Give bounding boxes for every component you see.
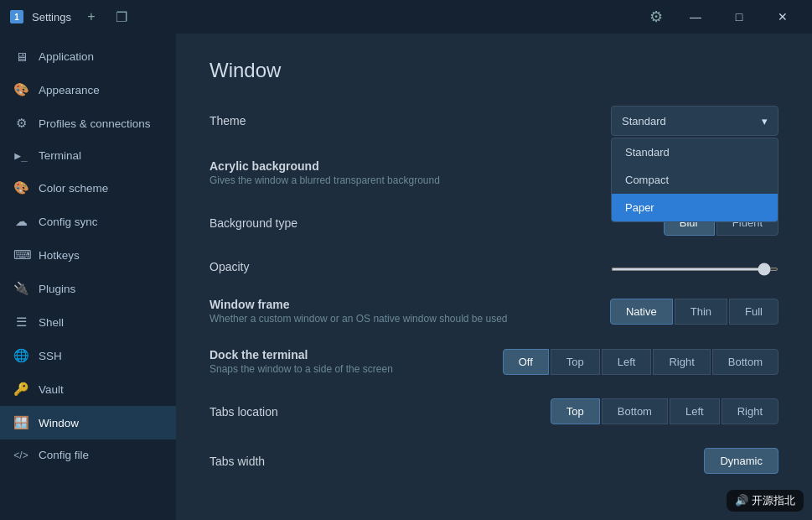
ssh-icon: 🌐 <box>13 348 28 363</box>
sidebar-item-ssh[interactable]: 🌐 SSH <box>0 339 176 372</box>
theme-selected-value: Standard <box>622 115 666 127</box>
window-frame-full-button[interactable]: Full <box>729 299 778 325</box>
sidebar-item-label: SSH <box>39 350 62 362</box>
sidebar-item-label: Vault <box>39 383 64 396</box>
content-area: Window Theme Standard ▾ Standard Compact… <box>176 34 812 520</box>
dropdown-item-paper[interactable]: Paper <box>612 194 778 221</box>
tabs-location-row: Tabs location Top Bottom Left Right <box>209 398 778 424</box>
sidebar-item-profiles[interactable]: ⚙ Profiles & connections <box>0 107 176 140</box>
configsync-icon: ☁ <box>13 214 28 229</box>
window-frame-row: Window frame Whether a custom window or … <box>209 298 778 325</box>
minimize-button[interactable]: — <box>676 0 715 34</box>
background-type-label: Background type <box>209 216 664 230</box>
window-frame-label-block: Window frame Whether a custom window or … <box>209 298 610 325</box>
sidebar-item-label: Application <box>39 50 94 63</box>
tabs-left-button[interactable]: Left <box>670 398 720 424</box>
sidebar-item-plugins[interactable]: 🔌 Plugins <box>0 272 176 305</box>
theme-label-block: Theme <box>209 114 611 127</box>
titlebar: 1 Settings + ❐ ⚙ — □ ✕ <box>0 0 812 34</box>
titlebar-title: Settings <box>32 11 71 23</box>
terminal-icon: ▶_ <box>13 149 28 162</box>
sidebar-item-label: Plugins <box>39 283 75 295</box>
dropdown-item-compact[interactable]: Compact <box>612 166 778 194</box>
sidebar-item-label: Config sync <box>39 216 98 228</box>
watermark: 🔊 开源指北 <box>727 490 804 512</box>
profiles-icon: ⚙ <box>13 116 28 131</box>
dock-terminal-sublabel: Snaps the window to a side of the screen <box>209 363 503 375</box>
sidebar-item-window[interactable]: 🪟 Window <box>0 406 176 439</box>
sidebar-item-label: Color scheme <box>39 182 108 195</box>
sidebar-item-application[interactable]: 🖥 Application <box>0 40 176 73</box>
sidebar-item-colorscheme[interactable]: 🎨 Color scheme <box>0 171 176 205</box>
opacity-slider[interactable] <box>611 268 778 271</box>
sidebar: 🖥 Application 🎨 Appearance ⚙ Profiles & … <box>0 34 176 520</box>
sidebar-item-label: Shell <box>39 316 64 329</box>
window-frame-thin-button[interactable]: Thin <box>675 299 727 325</box>
titlebar-left: 1 Settings + ❐ <box>10 5 643 29</box>
window-controls: — □ ✕ <box>676 0 802 34</box>
dock-left-button[interactable]: Left <box>602 349 652 375</box>
sidebar-item-label: Appearance <box>39 84 100 96</box>
opacity-label: Opacity <box>209 260 611 273</box>
sidebar-item-label: Hotkeys <box>39 249 80 262</box>
appearance-icon: 🎨 <box>13 82 28 97</box>
vault-icon: 🔑 <box>13 382 28 397</box>
dock-terminal-row: Dock the terminal Snaps the window to a … <box>209 348 778 375</box>
theme-row: Theme Standard ▾ Standard Compact Paper <box>209 106 778 136</box>
tabs-top-button[interactable]: Top <box>551 398 600 424</box>
tabs-bottom-button[interactable]: Bottom <box>602 398 668 424</box>
settings-gear-button[interactable]: ⚙ <box>643 3 670 30</box>
opacity-row: Opacity <box>209 259 778 274</box>
theme-dropdown-wrapper: Standard ▾ Standard Compact Paper <box>611 106 778 136</box>
dock-terminal-label: Dock the terminal <box>209 348 503 361</box>
shell-icon: ☰ <box>13 315 28 330</box>
restore-tab-button[interactable]: ❐ <box>110 5 133 29</box>
dock-terminal-btngroup: Off Top Left Right Bottom <box>503 349 778 375</box>
dropdown-item-standard[interactable]: Standard <box>612 138 778 166</box>
sidebar-item-appearance[interactable]: 🎨 Appearance <box>0 73 176 107</box>
tabs-right-button[interactable]: Right <box>721 398 778 424</box>
dock-terminal-label-block: Dock the terminal Snaps the window to a … <box>209 348 503 375</box>
tabs-width-label: Tabs width <box>209 455 704 468</box>
configfile-icon: </> <box>13 450 28 461</box>
opacity-slider-wrapper <box>611 259 778 274</box>
sidebar-item-configfile[interactable]: </> Config file <box>0 439 176 471</box>
sidebar-item-terminal[interactable]: ▶_ Terminal <box>0 140 176 171</box>
tabs-width-label-block: Tabs width <box>209 455 704 468</box>
sidebar-item-configsync[interactable]: ☁ Config sync <box>0 205 176 238</box>
titlebar-tabs: + ❐ <box>80 5 133 29</box>
background-type-label-block: Background type <box>209 216 664 230</box>
window-frame-btngroup: Native Thin Full <box>610 299 778 325</box>
sidebar-item-vault[interactable]: 🔑 Vault <box>0 372 176 406</box>
tabs-location-btngroup: Top Bottom Left Right <box>551 398 778 424</box>
tabs-width-btngroup: Dynamic <box>704 448 778 474</box>
theme-dropdown[interactable]: Standard ▾ <box>611 106 778 136</box>
new-tab-button[interactable]: + <box>80 5 103 29</box>
tabs-dynamic-button[interactable]: Dynamic <box>704 448 778 474</box>
page-title: Window <box>209 59 778 82</box>
sidebar-item-label: Config file <box>39 449 89 461</box>
close-button[interactable]: ✕ <box>763 0 802 34</box>
opacity-label-block: Opacity <box>209 260 611 273</box>
window-frame-sublabel: Whether a custom window or an OS native … <box>209 313 610 325</box>
maximize-button[interactable]: □ <box>720 0 758 34</box>
window-icon: 🪟 <box>13 415 28 430</box>
dock-off-button[interactable]: Off <box>503 349 549 375</box>
window-frame-native-button[interactable]: Native <box>610 299 673 325</box>
window-frame-label: Window frame <box>209 298 610 311</box>
dock-top-button[interactable]: Top <box>551 349 600 375</box>
sidebar-item-label: Window <box>39 417 79 429</box>
dock-right-button[interactable]: Right <box>653 349 710 375</box>
sidebar-item-shell[interactable]: ☰ Shell <box>0 305 176 339</box>
plugins-icon: 🔌 <box>13 281 28 296</box>
application-icon: 🖥 <box>13 49 28 64</box>
tabs-location-label: Tabs location <box>209 405 551 419</box>
theme-label: Theme <box>209 114 611 127</box>
sidebar-item-hotkeys[interactable]: ⌨ Hotkeys <box>0 238 176 272</box>
tabs-location-label-block: Tabs location <box>209 405 551 419</box>
tabs-width-row: Tabs width Dynamic <box>209 448 778 474</box>
sidebar-item-label: Profiles & connections <box>39 117 151 130</box>
dock-bottom-button[interactable]: Bottom <box>712 349 778 375</box>
app-icon: 1 <box>10 10 23 23</box>
colorscheme-icon: 🎨 <box>13 180 28 195</box>
